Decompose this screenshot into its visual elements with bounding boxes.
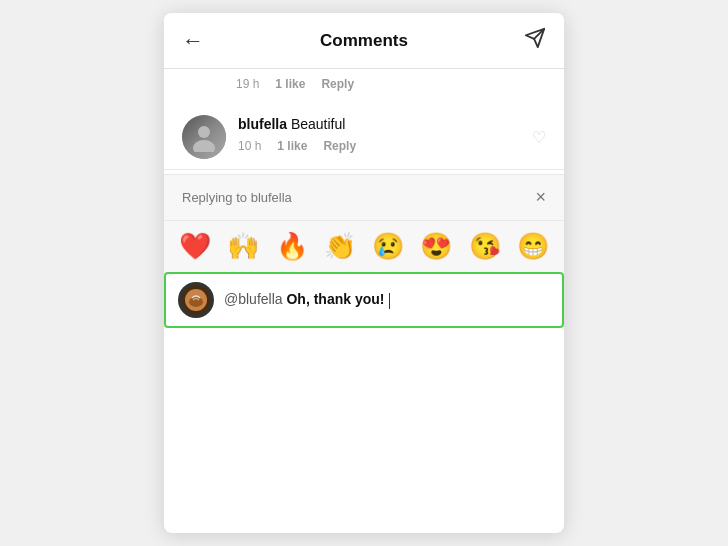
emoji-clap[interactable]: 👏 — [321, 231, 359, 262]
comment-input-row[interactable]: @blufella Oh, thank you! — [164, 272, 564, 328]
comment-username: blufella — [238, 116, 287, 132]
close-reply-button[interactable]: × — [535, 187, 546, 208]
header: ← Comments — [164, 13, 564, 69]
comment-time: 10 h — [238, 139, 261, 153]
back-button[interactable]: ← — [182, 28, 204, 54]
comment-body: Beautiful — [291, 116, 345, 132]
emoji-fire[interactable]: 🔥 — [273, 231, 311, 262]
comment-meta-row: 10 h 1 like Reply — [238, 135, 532, 153]
emoji-kiss[interactable]: 😘 — [466, 231, 504, 262]
replying-label: Replying to blufella — [182, 190, 292, 205]
comment-reply-btn[interactable]: Reply — [323, 139, 356, 153]
top-comment-actions: 19 h 1 like Reply — [164, 69, 564, 101]
send-button[interactable] — [524, 27, 546, 54]
svg-point-2 — [198, 126, 210, 138]
page-title: Comments — [320, 31, 408, 51]
user-avatar — [178, 282, 214, 318]
top-comment-time: 19 h — [236, 77, 259, 91]
divider — [164, 169, 564, 170]
text-cursor — [389, 293, 390, 309]
input-content: Oh, thank you! — [283, 291, 389, 307]
svg-point-3 — [193, 140, 215, 152]
top-comment-reply[interactable]: Reply — [321, 77, 354, 91]
emoji-hands[interactable]: 🙌 — [224, 231, 262, 262]
emoji-cry[interactable]: 😢 — [369, 231, 407, 262]
comment-text: blufella Beautiful — [238, 115, 532, 135]
emoji-heart-eyes[interactable]: 😍 — [417, 231, 455, 262]
emoji-row: ❤️ 🙌 🔥 👏 😢 😍 😘 😁 — [164, 220, 564, 272]
comment-item: blufella Beautiful 10 h 1 like Reply ♡ — [164, 101, 564, 165]
comment-content: blufella Beautiful 10 h 1 like Reply — [238, 115, 532, 153]
comment-likes: 1 like — [277, 139, 307, 153]
avatar-image — [182, 115, 226, 159]
comment-input-text[interactable]: @blufella Oh, thank you! — [224, 290, 550, 310]
like-icon[interactable]: ♡ — [532, 128, 546, 147]
replying-bar: Replying to blufella × — [164, 174, 564, 220]
emoji-grin[interactable]: 😁 — [514, 231, 552, 262]
mention-tag: @blufella — [224, 291, 283, 307]
top-comment-likes: 1 like — [275, 77, 305, 91]
avatar — [182, 115, 226, 159]
emoji-heart[interactable]: ❤️ — [176, 231, 214, 262]
